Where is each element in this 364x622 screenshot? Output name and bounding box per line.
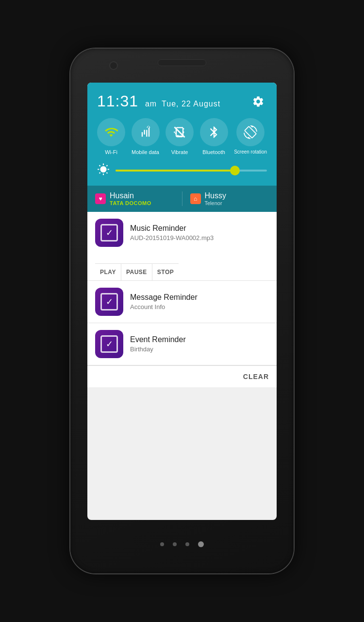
check-mark: ✓	[106, 227, 113, 238]
mobile-data-icon	[139, 125, 152, 139]
brightness-fill	[116, 170, 237, 172]
event-notif-subtitle: Birthday	[130, 346, 269, 353]
music-notif-content: Music Reminder AUD-20151019-WA0002.mp3	[130, 224, 269, 242]
bluetooth-icon	[207, 125, 221, 139]
clock-time: 11:31 am Tue, 22 August	[97, 92, 220, 110]
message-icon-inner: ✓	[100, 293, 118, 311]
phone-screen: 11:31 am Tue, 22 August	[87, 83, 277, 520]
brightness-row	[97, 163, 267, 186]
event-reminder-item[interactable]: ✓ Event Reminder Birthday	[87, 323, 277, 365]
event-notif-content: Event Reminder Birthday	[130, 335, 269, 353]
message-reminder-item[interactable]: ✓ Message Reminder Account Info	[87, 281, 277, 323]
screen-rotation-label: Screen rotation	[234, 149, 267, 155]
screen-rotation-toggle[interactable]: Screen rotation	[234, 118, 267, 156]
music-icon-inner: ✓	[100, 224, 118, 242]
sim1-info: Husain TATA DOCOMO	[110, 191, 151, 206]
wifi-label: Wi-Fi	[105, 149, 117, 156]
sim2-item[interactable]: ⌂ Hussy Telenor	[182, 191, 269, 206]
sim1-icon: ♥	[95, 193, 106, 204]
phone-bottom	[70, 520, 294, 569]
message-notif-icon: ✓	[95, 288, 123, 316]
quick-settings-panel: 11:31 am Tue, 22 August	[87, 83, 277, 186]
settings-button[interactable]	[249, 93, 267, 110]
time-value: 11:31	[97, 92, 138, 110]
camera	[109, 61, 118, 70]
pause-button[interactable]: PAUSE	[121, 264, 152, 280]
sim-row: ♥ Husain TATA DOCOMO ⌂ Hussy Telenor	[87, 186, 277, 212]
clear-button[interactable]: CLEAR	[243, 373, 269, 380]
music-reminder-item: ✓ Music Reminder AUD-20151019-WA0002.mp3…	[87, 212, 277, 281]
clear-area: CLEAR	[87, 365, 277, 387]
wifi-icon	[104, 125, 118, 139]
dots-row	[160, 541, 204, 547]
mobile-data-circle	[132, 118, 160, 146]
sim1-name: Husain	[110, 191, 151, 200]
stop-button[interactable]: STOP	[152, 264, 179, 280]
screen-rotation-icon	[244, 125, 257, 139]
time-ampm: am	[145, 100, 157, 108]
message-notif-content: Message Reminder Account Info	[130, 293, 269, 311]
vibrate-circle	[165, 118, 194, 146]
vibrate-toggle[interactable]: Vibrate	[165, 118, 194, 156]
bluetooth-label: Bluetooth	[202, 149, 225, 156]
mobile-data-label: Mobile data	[132, 149, 159, 156]
music-controls: PLAY PAUSE STOP	[95, 263, 179, 280]
speaker	[158, 59, 206, 66]
toggle-row: Wi-Fi Mobile data	[97, 118, 267, 156]
event-icon-inner: ✓	[100, 335, 118, 353]
bluetooth-circle	[200, 118, 228, 146]
message-check-mark: ✓	[106, 296, 113, 307]
message-notif-title: Message Reminder	[130, 293, 269, 302]
wifi-toggle[interactable]: Wi-Fi	[97, 118, 125, 156]
event-notif-icon: ✓	[95, 330, 123, 358]
screen-rotation-circle	[236, 118, 265, 146]
music-notif-title: Music Reminder	[130, 224, 269, 233]
music-notif-subtitle: AUD-20151019-WA0002.mp3	[130, 234, 269, 242]
music-notif-icon: ✓	[95, 219, 123, 247]
vibrate-icon	[173, 125, 186, 139]
dot-1	[160, 542, 164, 546]
brightness-thumb	[230, 166, 240, 175]
play-button[interactable]: PLAY	[95, 264, 121, 280]
time-display: 11:31 am Tue, 22 August	[97, 92, 220, 110]
sim2-carrier: Telenor	[205, 200, 226, 206]
gear-icon	[252, 95, 265, 108]
wifi-circle	[97, 118, 125, 146]
dot-4	[198, 541, 204, 547]
music-top: ✓ Music Reminder AUD-20151019-WA0002.mp3	[95, 219, 269, 252]
message-notif-subtitle: Account Info	[130, 303, 269, 311]
brightness-track[interactable]	[116, 170, 267, 172]
mobile-data-toggle[interactable]: Mobile data	[132, 118, 160, 156]
time-date: Tue, 22 August	[162, 100, 220, 108]
sim2-info: Hussy Telenor	[205, 191, 226, 206]
sim2-icon: ⌂	[190, 193, 201, 204]
notifications-area: ✓ Music Reminder AUD-20151019-WA0002.mp3…	[87, 212, 277, 387]
sim2-name: Hussy	[205, 191, 226, 200]
phone-top	[70, 49, 294, 83]
phone-device: 11:31 am Tue, 22 August	[70, 49, 294, 573]
bluetooth-toggle[interactable]: Bluetooth	[200, 118, 228, 156]
event-notif-title: Event Reminder	[130, 335, 269, 344]
sim1-carrier: TATA DOCOMO	[110, 200, 151, 206]
vibrate-label: Vibrate	[171, 149, 188, 156]
brightness-icon	[97, 163, 110, 178]
sun-icon	[97, 163, 110, 176]
dot-3	[185, 542, 189, 546]
event-check-mark: ✓	[106, 339, 113, 349]
status-row: 11:31 am Tue, 22 August	[97, 92, 267, 110]
sim1-item[interactable]: ♥ Husain TATA DOCOMO	[95, 191, 182, 206]
dot-2	[173, 542, 177, 546]
